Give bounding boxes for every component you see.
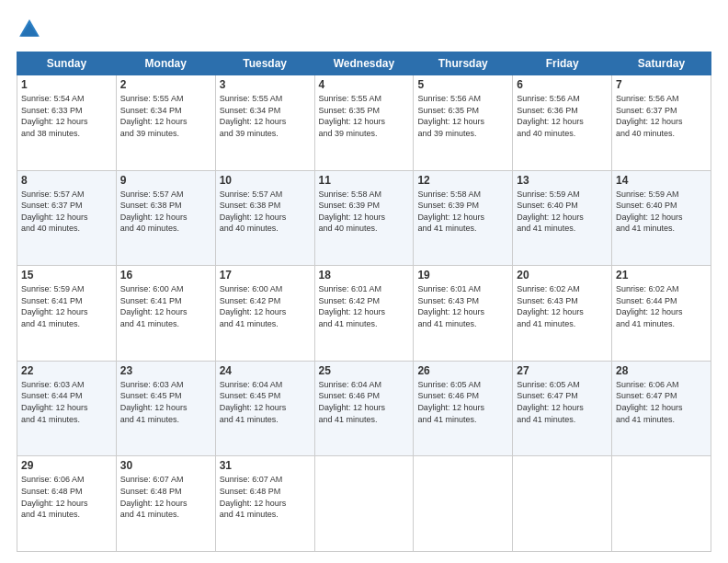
day-info: Sunrise: 5:55 AM Sunset: 6:34 PM Dayligh… [120,93,211,139]
day-number: 4 [319,78,410,91]
day-number: 3 [220,78,311,91]
calendar-day-24: 24Sunrise: 6:04 AM Sunset: 6:45 PM Dayli… [215,361,314,456]
day-info: Sunrise: 5:54 AM Sunset: 6:33 PM Dayligh… [21,93,112,139]
day-info: Sunrise: 6:01 AM Sunset: 6:42 PM Dayligh… [319,283,410,329]
day-number: 1 [21,78,112,91]
day-number: 11 [319,174,410,187]
calendar-day-3: 3Sunrise: 5:55 AM Sunset: 6:34 PM Daylig… [215,75,314,171]
calendar-day-4: 4Sunrise: 5:55 AM Sunset: 6:35 PM Daylig… [314,75,414,171]
day-info: Sunrise: 5:58 AM Sunset: 6:39 PM Dayligh… [319,189,410,235]
day-info: Sunrise: 5:57 AM Sunset: 6:37 PM Dayligh… [21,189,112,235]
calendar-week-3: 15Sunrise: 5:59 AM Sunset: 6:41 PM Dayli… [17,266,711,362]
day-number: 18 [319,269,410,282]
calendar-day-23: 23Sunrise: 6:03 AM Sunset: 6:45 PM Dayli… [116,361,215,456]
logo-icon [17,17,42,42]
calendar-day-11: 11Sunrise: 5:58 AM Sunset: 6:39 PM Dayli… [314,170,414,266]
day-info: Sunrise: 6:02 AM Sunset: 6:44 PM Dayligh… [616,283,707,329]
day-info: Sunrise: 6:02 AM Sunset: 6:43 PM Dayligh… [517,283,608,329]
empty-cell [513,456,612,552]
day-info: Sunrise: 6:03 AM Sunset: 6:45 PM Dayligh… [120,379,211,425]
day-number: 10 [220,174,311,187]
day-number: 7 [616,78,707,91]
day-info: Sunrise: 6:04 AM Sunset: 6:45 PM Dayligh… [220,379,311,425]
day-info: Sunrise: 5:58 AM Sunset: 6:39 PM Dayligh… [417,189,508,235]
calendar-day-18: 18Sunrise: 6:01 AM Sunset: 6:42 PM Dayli… [314,266,414,362]
weekday-header-friday: Friday [513,52,612,75]
header [17,17,711,42]
day-info: Sunrise: 6:00 AM Sunset: 6:42 PM Dayligh… [220,283,311,329]
calendar-day-30: 30Sunrise: 6:07 AM Sunset: 6:48 PM Dayli… [116,456,215,552]
calendar-day-20: 20Sunrise: 6:02 AM Sunset: 6:43 PM Dayli… [513,266,612,362]
day-number: 29 [21,459,112,472]
day-info: Sunrise: 5:59 AM Sunset: 6:40 PM Dayligh… [517,189,608,235]
day-info: Sunrise: 5:56 AM Sunset: 6:36 PM Dayligh… [517,93,608,139]
day-info: Sunrise: 6:01 AM Sunset: 6:43 PM Dayligh… [417,283,508,329]
day-number: 31 [220,459,311,472]
calendar-day-14: 14Sunrise: 5:59 AM Sunset: 6:40 PM Dayli… [612,170,711,266]
day-number: 8 [21,174,112,187]
empty-cell [612,456,711,552]
day-info: Sunrise: 6:06 AM Sunset: 6:47 PM Dayligh… [616,379,707,425]
day-number: 13 [517,174,608,187]
calendar-day-29: 29Sunrise: 6:06 AM Sunset: 6:48 PM Dayli… [17,456,117,552]
day-number: 22 [21,364,112,377]
calendar-day-26: 26Sunrise: 6:05 AM Sunset: 6:46 PM Dayli… [414,361,513,456]
calendar-day-28: 28Sunrise: 6:06 AM Sunset: 6:47 PM Dayli… [612,361,711,456]
weekday-header-sunday: Sunday [17,52,117,75]
day-number: 5 [417,78,508,91]
day-number: 26 [417,364,508,377]
calendar-day-10: 10Sunrise: 5:57 AM Sunset: 6:38 PM Dayli… [215,170,314,266]
weekday-header-wednesday: Wednesday [314,52,414,75]
day-number: 24 [220,364,311,377]
day-number: 23 [120,364,211,377]
day-number: 16 [120,269,211,282]
weekday-header-row: SundayMondayTuesdayWednesdayThursdayFrid… [17,52,711,75]
logo [17,17,46,42]
calendar-day-17: 17Sunrise: 6:00 AM Sunset: 6:42 PM Dayli… [215,266,314,362]
day-number: 19 [417,269,508,282]
page: SundayMondayTuesdayWednesdayThursdayFrid… [0,0,728,563]
calendar-day-13: 13Sunrise: 5:59 AM Sunset: 6:40 PM Dayli… [513,170,612,266]
weekday-header-monday: Monday [116,52,215,75]
calendar-day-2: 2Sunrise: 5:55 AM Sunset: 6:34 PM Daylig… [116,75,215,171]
calendar-day-31: 31Sunrise: 6:07 AM Sunset: 6:48 PM Dayli… [215,456,314,552]
day-info: Sunrise: 6:07 AM Sunset: 6:48 PM Dayligh… [220,474,311,520]
calendar-week-1: 1Sunrise: 5:54 AM Sunset: 6:33 PM Daylig… [17,75,711,171]
day-info: Sunrise: 6:00 AM Sunset: 6:41 PM Dayligh… [120,283,211,329]
day-number: 28 [616,364,707,377]
day-info: Sunrise: 5:59 AM Sunset: 6:40 PM Dayligh… [616,189,707,235]
calendar-week-2: 8Sunrise: 5:57 AM Sunset: 6:37 PM Daylig… [17,170,711,266]
calendar-day-27: 27Sunrise: 6:05 AM Sunset: 6:47 PM Dayli… [513,361,612,456]
day-number: 25 [319,364,410,377]
day-number: 2 [120,78,211,91]
day-info: Sunrise: 6:05 AM Sunset: 6:47 PM Dayligh… [517,379,608,425]
empty-cell [314,456,414,552]
calendar-day-7: 7Sunrise: 5:56 AM Sunset: 6:37 PM Daylig… [612,75,711,171]
day-info: Sunrise: 5:56 AM Sunset: 6:35 PM Dayligh… [417,93,508,139]
calendar-week-4: 22Sunrise: 6:03 AM Sunset: 6:44 PM Dayli… [17,361,711,456]
day-number: 21 [616,269,707,282]
calendar-table: SundayMondayTuesdayWednesdayThursdayFrid… [17,52,711,552]
day-info: Sunrise: 6:07 AM Sunset: 6:48 PM Dayligh… [120,474,211,520]
day-info: Sunrise: 6:06 AM Sunset: 6:48 PM Dayligh… [21,474,112,520]
day-info: Sunrise: 5:57 AM Sunset: 6:38 PM Dayligh… [120,189,211,235]
day-number: 17 [220,269,311,282]
calendar-day-15: 15Sunrise: 5:59 AM Sunset: 6:41 PM Dayli… [17,266,117,362]
empty-cell [414,456,513,552]
calendar-day-12: 12Sunrise: 5:58 AM Sunset: 6:39 PM Dayli… [414,170,513,266]
day-info: Sunrise: 5:57 AM Sunset: 6:38 PM Dayligh… [220,189,311,235]
weekday-header-saturday: Saturday [612,52,711,75]
calendar-day-16: 16Sunrise: 6:00 AM Sunset: 6:41 PM Dayli… [116,266,215,362]
calendar-day-1: 1Sunrise: 5:54 AM Sunset: 6:33 PM Daylig… [17,75,117,171]
calendar-day-25: 25Sunrise: 6:04 AM Sunset: 6:46 PM Dayli… [314,361,414,456]
day-info: Sunrise: 6:03 AM Sunset: 6:44 PM Dayligh… [21,379,112,425]
calendar-day-6: 6Sunrise: 5:56 AM Sunset: 6:36 PM Daylig… [513,75,612,171]
weekday-header-tuesday: Tuesday [215,52,314,75]
calendar-day-9: 9Sunrise: 5:57 AM Sunset: 6:38 PM Daylig… [116,170,215,266]
day-number: 15 [21,269,112,282]
day-number: 6 [517,78,608,91]
calendar-day-8: 8Sunrise: 5:57 AM Sunset: 6:37 PM Daylig… [17,170,117,266]
day-number: 27 [517,364,608,377]
calendar-day-19: 19Sunrise: 6:01 AM Sunset: 6:43 PM Dayli… [414,266,513,362]
day-number: 14 [616,174,707,187]
